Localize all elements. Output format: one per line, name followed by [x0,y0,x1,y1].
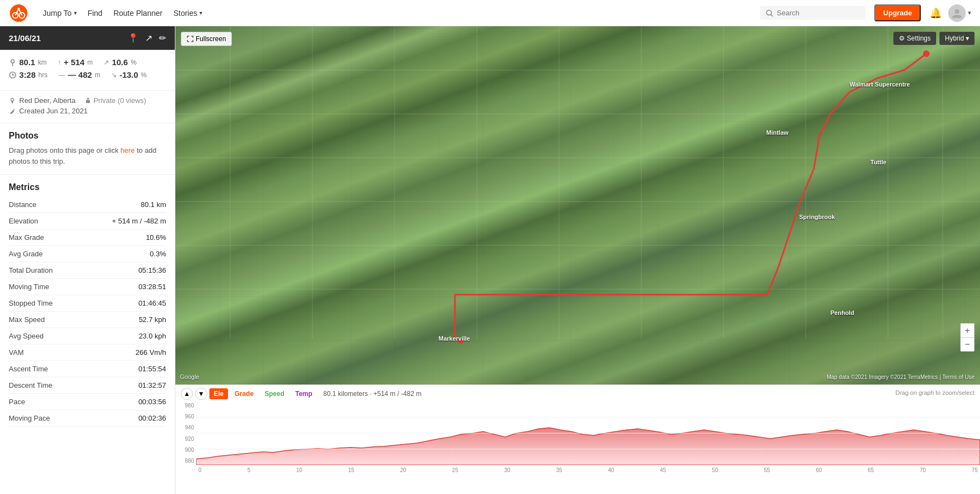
location-icon [9,59,16,66]
avatar-chevron-icon[interactable]: ▾ [968,9,971,16]
chart-tab-temp[interactable]: Temp [291,388,317,399]
nav-jump-to[interactable]: Jump To ▾ [37,9,82,18]
map-hybrid-button[interactable]: Hybrid ▾ [939,32,975,45]
upgrade-button[interactable]: Upgrade [874,4,921,21]
chart-x-label: 50 [712,467,718,478]
trip-stats: 80.1 km ↑ + 514 m ↗ 10.6 % 3:28 [0,50,175,91]
svg-point-4 [767,10,772,15]
photos-section: Photos Drag photos onto this page or cli… [0,123,175,175]
chart-x-label: 5 [247,467,250,478]
table-row: Max Speed52.7 kph [9,312,166,328]
chart-y-label: 920 [175,436,194,442]
chart-area[interactable]: 980960940920900880 [175,401,980,478]
chart-x-label: 65 [868,467,874,478]
map-controls-left: Fullscreen [181,32,232,46]
table-row: Moving Pace00:02:36 [9,410,166,427]
table-row: Ascent Time01:55:54 [9,361,166,377]
table-row: Stopped Time01:46:45 [9,295,166,312]
nav-route-planner[interactable]: Route Planner [108,9,168,18]
edit-icon[interactable]: ✏ [159,33,166,43]
map-zoom-controls: + − [960,323,975,352]
chart-hint: Drag on graph to zoom/select [896,389,975,396]
right-area: Walmart Supercentre Mintlaw Tuttle Sprin… [175,26,980,494]
photos-description: Drag photos onto this page or click here… [9,145,166,166]
map-settings-button[interactable]: ⚙ Settings [893,32,936,45]
svg-point-9 [11,99,14,101]
trip-date: 21/06/21 [9,33,41,43]
grade-up-stat: ↗ 10.6 % [104,58,136,67]
map-container[interactable]: Walmart Supercentre Mintlaw Tuttle Sprin… [175,26,980,384]
privacy-info: Private (0 views) [84,96,146,105]
pencil-icon [9,107,16,114]
chart-x-label: 25 [452,467,458,478]
avatar[interactable] [948,4,966,22]
map-google-label: Google [180,374,199,380]
location-pin-icon [9,97,16,104]
fullscreen-button[interactable]: Fullscreen [181,32,232,46]
table-row: Total Duration05:15:36 [9,262,166,279]
chevron-down-icon: ▾ [200,10,202,16]
fullscreen-icon [187,36,193,42]
chart-y-label: 900 [175,447,194,453]
chevron-down-icon: ▾ [74,10,77,16]
chart-x-label: 75 [972,467,978,478]
arrow-down-icon: — [59,71,65,79]
pin-icon[interactable]: 📍 [128,33,139,43]
app-logo[interactable] [9,3,29,23]
metrics-title: Metrics [9,182,166,192]
chart-y-label: 940 [175,424,194,430]
clock-icon [9,71,16,79]
table-row: Avg Grade0.3% [9,246,166,262]
chart-x-label: 0 [198,467,202,478]
chart-y-axis: 980960940920900880 [175,401,196,465]
trip-meta: Red Deer, Alberta Private (0 views) Crea… [0,91,175,123]
table-row: Pace00:03:56 [9,394,166,410]
metrics-section: Metrics Distance80.1 kmElevation+ 514 m … [0,175,175,434]
chart-x-label: 70 [920,467,926,478]
search-box [760,6,865,20]
chart-tab-grade[interactable]: Grade [230,388,258,399]
zoom-out-button[interactable]: − [960,337,975,352]
metrics-table: Distance80.1 kmElevation+ 514 m / -482 m… [9,197,166,427]
chart-y-label: 960 [175,413,194,420]
chart-tab-speed[interactable]: Speed [260,388,289,399]
nav-find[interactable]: Find [82,9,108,18]
chart-tab-ele[interactable]: Ele [209,388,228,399]
chart-y-label: 880 [175,458,194,464]
table-row: VAM266 Vm/h [9,344,166,361]
diagonal-down-icon: ↘ [111,71,117,79]
zoom-in-button[interactable]: + [960,323,975,337]
sidebar-header: 21/06/21 📍 ↗ ✏ [0,26,175,50]
chart-x-label: 35 [556,467,562,478]
table-row: Elevation+ 514 m / -482 m [9,213,166,229]
chart-prev-button[interactable]: ▲ [181,388,193,400]
search-input[interactable] [777,9,853,17]
header-icon-group: 📍 ↗ ✏ [128,33,166,43]
table-row: Descent Time01:32:57 [9,377,166,394]
chart-x-label: 20 [400,467,406,478]
svg-point-0 [10,4,27,22]
elevation-down-stat: — — 482 m [59,70,100,79]
table-row: Moving Time03:28:51 [9,279,166,295]
chart-x-label: 15 [348,467,354,478]
chart-next-button[interactable]: ▼ [195,388,207,400]
chart-container: ▲ ▼ Ele Grade Speed Temp 80.1 kilometers… [175,384,980,494]
nav-stories[interactable]: Stories ▾ [168,9,208,18]
table-row: Avg Speed23.0 kph [9,328,166,344]
chart-x-label: 30 [504,467,510,478]
chart-summary: 80.1 kilometers · +514 m / -482 m [323,390,421,398]
bell-icon[interactable]: 🔔 [930,7,942,19]
svg-rect-10 [86,100,90,103]
chart-x-label: 40 [608,467,614,478]
share-icon[interactable]: ↗ [145,33,152,43]
sidebar: 21/06/21 📍 ↗ ✏ 80.1 km ↑ + 514 m [0,26,175,494]
duration-stat: 3:28 hrs [9,70,48,79]
lock-icon [84,97,92,104]
svg-point-3 [18,8,20,10]
chart-nav-row: ▲ ▼ Ele Grade Speed Temp 80.1 kilometers… [175,385,980,401]
photos-link[interactable]: here [121,146,135,154]
arrow-up-icon: ↑ [58,59,61,66]
main-layout: 21/06/21 📍 ↗ ✏ 80.1 km ↑ + 514 m [0,26,980,494]
chart-y-label: 980 [175,403,194,409]
elevation-chart-svg [196,401,980,465]
